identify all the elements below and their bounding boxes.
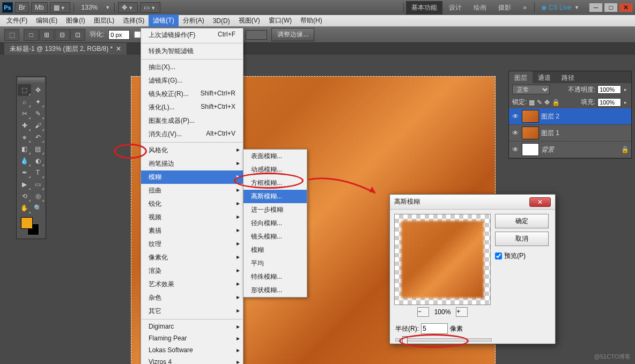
maximize-button[interactable]: □ <box>604 3 618 12</box>
lock-transparent-icon[interactable]: ▦ <box>529 99 535 106</box>
color-swatch[interactable] <box>18 216 45 237</box>
menu-filter[interactable]: 滤镜(T) <box>149 14 178 27</box>
filter-liquify[interactable]: 液化(L)...Shift+Ctrl+X <box>141 101 243 114</box>
history-brush-tool[interactable]: ↶ <box>31 131 45 143</box>
chevron-down-icon[interactable]: ▼ <box>104 5 111 10</box>
layer-thumb[interactable] <box>522 127 539 139</box>
filter-lokas[interactable]: Lokas Software <box>141 344 243 356</box>
lock-all-icon[interactable]: 🔒 <box>552 99 560 106</box>
layer-thumb[interactable] <box>522 110 539 123</box>
preview-checkbox[interactable]: 预览(P) <box>495 251 549 261</box>
blur-gaussian[interactable]: 高斯模糊... <box>243 190 307 203</box>
view-arrange-button[interactable]: ▦▼ <box>50 2 70 13</box>
blur-smart[interactable]: 特殊模糊... <box>243 270 307 284</box>
filter-vanishing-point[interactable]: 消失点(V)...Alt+Ctrl+V <box>141 128 243 141</box>
minibridge-button[interactable]: Mb <box>31 2 48 13</box>
panel-tab-paths[interactable]: 路径 <box>556 71 580 83</box>
radius-input[interactable] <box>421 323 448 334</box>
visibility-icon[interactable]: 👁 <box>511 145 520 154</box>
filter-convert-smart[interactable]: 转换为智能滤镜 <box>141 44 243 58</box>
visibility-icon[interactable]: 👁 <box>511 129 520 137</box>
opacity-input[interactable] <box>597 85 621 94</box>
toolbox-grip[interactable] <box>18 78 45 83</box>
blur-tool[interactable]: 💧 <box>18 155 31 167</box>
slider-thumb[interactable] <box>402 336 408 345</box>
filter-sketch[interactable]: 素描 <box>141 224 243 237</box>
filter-brush-strokes[interactable]: 画笔描边 <box>141 157 243 170</box>
workspace-tab-paint[interactable]: 绘画 <box>468 1 492 14</box>
blur-average[interactable]: 平均 <box>243 257 307 270</box>
document-tab[interactable]: 未标题-1 @ 133% (图层 2, RGB/8) *✕ <box>4 43 127 55</box>
workspace-tab-photo[interactable]: 摄影 <box>493 1 516 14</box>
workspace-tab-design[interactable]: 设计 <box>444 1 467 14</box>
workspace-more[interactable]: » <box>518 2 532 13</box>
pen-tool[interactable]: ✒ <box>18 167 31 179</box>
gradient-tool[interactable]: ▤ <box>31 143 45 155</box>
menu-view[interactable]: 视图(V) <box>234 14 264 27</box>
filter-lens-correction[interactable]: 镜头校正(R)...Shift+Ctrl+R <box>141 87 243 101</box>
selmode-new-icon[interactable]: □ <box>24 29 39 41</box>
filter-render[interactable]: 渲染 <box>141 264 243 278</box>
cslive-button[interactable]: ◉CS Live▼ <box>537 4 585 11</box>
blend-mode-select[interactable]: 正常 <box>512 85 550 94</box>
blur-radial[interactable]: 径向模糊... <box>243 217 307 230</box>
zoom-out-button[interactable]: − <box>417 307 429 317</box>
close-icon[interactable]: ✕ <box>116 45 121 53</box>
move-tool[interactable]: ✥ <box>31 84 45 96</box>
filter-blur[interactable]: 模糊 <box>141 170 243 184</box>
filter-extract[interactable]: 抽出(X)... <box>141 61 243 74</box>
zoom-level[interactable]: 133% <box>77 4 102 11</box>
preview-image[interactable] <box>394 214 491 305</box>
blur-blur[interactable]: 模糊 <box>243 243 307 257</box>
menu-analysis[interactable]: 分析(A) <box>179 14 209 27</box>
shape-tool[interactable]: ▭ <box>31 179 45 190</box>
filter-other[interactable]: 其它 <box>141 304 243 318</box>
selmode-add-icon[interactable]: ⊞ <box>39 29 54 41</box>
marquee-tool[interactable]: ⬚ <box>18 84 31 96</box>
panel-tab-channels[interactable]: 通道 <box>533 71 556 83</box>
bridge-button[interactable]: Br <box>15 2 29 13</box>
type-tool[interactable]: T <box>31 167 45 179</box>
eyedropper-tool[interactable]: ✎ <box>31 108 45 120</box>
refine-edge-button[interactable]: 调整边缘... <box>271 28 314 41</box>
menu-edit[interactable]: 编辑(E) <box>32 14 62 27</box>
panel-tab-layers[interactable]: 图层 <box>509 71 533 83</box>
fill-input[interactable] <box>597 98 621 107</box>
blur-motion[interactable]: 动感模糊... <box>243 163 307 176</box>
marquee-tool-icon[interactable]: ⬚ <box>4 29 19 41</box>
zoom-tool[interactable]: 🔍 <box>31 202 45 214</box>
brush-tool[interactable]: 🖌 <box>31 120 45 131</box>
blur-more[interactable]: 进一步模糊 <box>243 203 307 217</box>
menu-file[interactable]: 文件(F) <box>2 14 32 27</box>
heal-tool[interactable]: ✚ <box>18 120 31 131</box>
filter-texture[interactable]: 纹理 <box>141 237 243 251</box>
filter-distort[interactable]: 扭曲 <box>141 184 243 197</box>
workspace-tab-essentials[interactable]: 基本功能 <box>406 1 442 14</box>
hand-tool-button[interactable]: ✥▼ <box>118 2 138 13</box>
dodge-tool[interactable]: ◐ <box>31 155 45 167</box>
layer-item[interactable]: 👁图层 2 <box>509 108 631 125</box>
visibility-icon[interactable]: 👁 <box>511 112 520 121</box>
filter-digimarc[interactable]: Digimarc <box>141 321 243 332</box>
blur-box[interactable]: 方框模糊... <box>243 176 307 190</box>
blur-lens[interactable]: 镜头模糊... <box>243 230 307 243</box>
wand-tool[interactable]: ✦ <box>31 96 45 108</box>
filter-vizros[interactable]: Vizros 4 <box>141 356 243 364</box>
lock-pixels-icon[interactable]: ✎ <box>537 99 542 106</box>
blur-shape[interactable]: 形状模糊... <box>243 284 307 297</box>
cancel-button[interactable]: 取消 <box>495 232 549 246</box>
menu-image[interactable]: 图像(I) <box>62 14 89 27</box>
menu-window[interactable]: 窗口(W) <box>264 14 296 27</box>
close-button[interactable]: ✕ <box>619 3 633 12</box>
crop-tool[interactable]: ✂ <box>18 108 31 120</box>
filter-flaming-pear[interactable]: Flaming Pear <box>141 332 243 344</box>
menu-select[interactable]: 选择(S) <box>119 14 149 27</box>
stamp-tool[interactable]: ⎈ <box>18 131 31 143</box>
3d-camera-tool[interactable]: ◎ <box>31 190 45 202</box>
filter-last[interactable]: 上次滤镜操作(F)Ctrl+F <box>141 28 243 42</box>
menu-layer[interactable]: 图层(L) <box>90 14 119 27</box>
filter-artistic[interactable]: 艺术效果 <box>141 278 243 291</box>
lock-position-icon[interactable]: ✥ <box>544 99 550 106</box>
dialog-close-button[interactable]: ✕ <box>529 197 551 207</box>
filter-gallery[interactable]: 滤镜库(G)... <box>141 74 243 87</box>
